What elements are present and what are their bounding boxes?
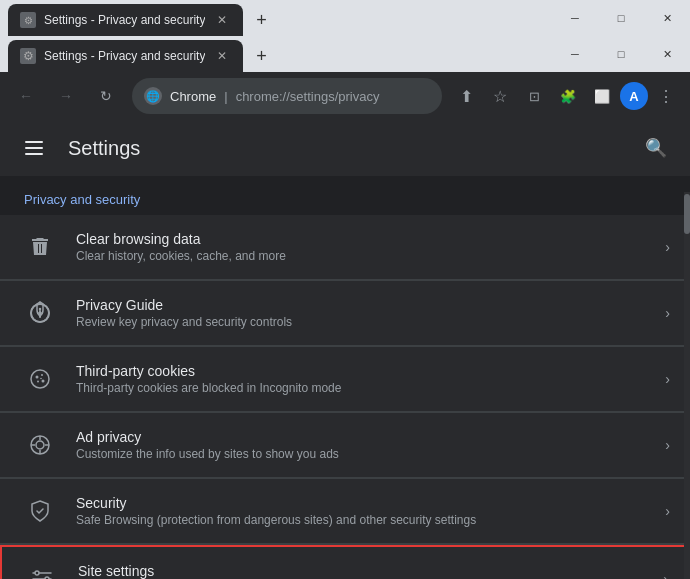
site-name: Chrome <box>170 89 216 104</box>
close-button[interactable]: ✕ <box>644 0 690 36</box>
forward-button[interactable]: → <box>48 78 84 114</box>
active-tab[interactable]: ⚙ Settings - Privacy and security ✕ <box>8 4 243 36</box>
third-party-cookies-chevron: › <box>665 371 670 387</box>
settings-items-list: Clear browsing data Clear history, cooki… <box>0 215 690 579</box>
hamburger-line-2 <box>25 147 43 149</box>
site-favicon: 🌐 <box>144 87 162 105</box>
browser-frame: ⚙ Settings - Privacy and security ✕ + ─ … <box>0 0 690 579</box>
svg-point-11 <box>37 381 39 383</box>
svg-point-10 <box>42 380 45 383</box>
sidebar-toggle-button[interactable] <box>16 130 52 166</box>
privacy-guide-content: Privacy Guide Review key privacy and sec… <box>76 297 657 329</box>
puzzle-button[interactable]: ⬜ <box>586 80 618 112</box>
svg-point-14 <box>36 441 44 449</box>
ad-privacy-subtitle: Customize the info used by sites to show… <box>76 447 657 461</box>
nav-actions: ⬆ ☆ ⊡ 🧩 ⬜ A ⋮ <box>450 80 682 112</box>
bookmark-button[interactable]: ☆ <box>484 80 516 112</box>
chrome-menu-button[interactable]: ⋮ <box>650 80 682 112</box>
privacy-guide-item[interactable]: Privacy Guide Review key privacy and sec… <box>0 281 690 346</box>
site-settings-chevron: › <box>663 571 668 579</box>
close-button-top[interactable]: ✕ <box>644 36 690 72</box>
third-party-cookies-content: Third-party cookies Third-party cookies … <box>76 363 657 395</box>
security-content: Security Safe Browsing (protection from … <box>76 495 657 527</box>
minimize-button[interactable]: ─ <box>552 0 598 36</box>
tab-close-icon[interactable]: ✕ <box>213 47 231 65</box>
title-bar: ⚙ Settings - Privacy and security ✕ + ─ … <box>0 0 690 36</box>
third-party-cookies-subtitle: Third-party cookies are blocked in Incog… <box>76 381 657 395</box>
maximize-button[interactable]: □ <box>598 0 644 36</box>
settings-search-button[interactable]: 🔍 <box>638 130 674 166</box>
settings-header: Settings 🔍 <box>0 120 690 176</box>
extensions-button[interactable]: 🧩 <box>552 80 584 112</box>
refresh-icon: ↻ <box>100 88 112 104</box>
forward-icon: → <box>59 88 73 104</box>
clear-browsing-data-item[interactable]: Clear browsing data Clear history, cooki… <box>0 215 690 280</box>
settings-container: Settings 🔍 Privacy and security <box>0 120 690 579</box>
back-icon: ← <box>19 88 33 104</box>
main-tab[interactable]: ⚙ Settings - Privacy and security ✕ <box>8 40 243 72</box>
security-title: Security <box>76 495 657 511</box>
privacy-guide-subtitle: Review key privacy and security controls <box>76 315 657 329</box>
site-settings-title: Site settings <box>78 563 655 579</box>
section-title: Privacy and security <box>0 176 690 215</box>
security-chevron: › <box>665 503 670 519</box>
privacy-guide-chevron: › <box>665 305 670 321</box>
hamburger-line-3 <box>25 153 43 155</box>
svg-point-12 <box>40 378 42 380</box>
ad-privacy-content: Ad privacy Customize the info used by si… <box>76 429 657 461</box>
security-item[interactable]: Security Safe Browsing (protection from … <box>0 479 690 544</box>
scroll-track[interactable] <box>684 192 690 579</box>
tab-title: Settings - Privacy and security <box>44 13 205 27</box>
search-icon: 🔍 <box>645 137 667 159</box>
screenshot-button[interactable]: ⊡ <box>518 80 550 112</box>
tab-favicon: ⚙ <box>20 12 36 28</box>
svg-point-7 <box>31 370 49 388</box>
third-party-cookies-item[interactable]: Third-party cookies Third-party cookies … <box>0 347 690 412</box>
site-settings-item[interactable]: Site settings Controls what information … <box>0 545 690 579</box>
new-tab-btn[interactable]: + <box>247 42 275 70</box>
scroll-thumb[interactable] <box>684 194 690 234</box>
svg-point-9 <box>41 374 43 376</box>
svg-point-8 <box>36 376 39 379</box>
clear-browsing-data-subtitle: Clear history, cookies, cache, and more <box>76 249 657 263</box>
hamburger-line-1 <box>25 141 43 143</box>
url-text: chrome://settings/privacy <box>236 89 380 104</box>
ad-privacy-chevron: › <box>665 437 670 453</box>
third-party-cookies-title: Third-party cookies <box>76 363 657 379</box>
share-button[interactable]: ⬆ <box>450 80 482 112</box>
site-settings-icon <box>22 559 62 579</box>
clear-browsing-data-chevron: › <box>665 239 670 255</box>
privacy-guide-icon <box>20 293 60 333</box>
ad-privacy-item[interactable]: Ad privacy Customize the info used by si… <box>0 413 690 478</box>
clear-browsing-data-content: Clear browsing data Clear history, cooki… <box>76 231 657 263</box>
maximize-button-top[interactable]: □ <box>598 36 644 72</box>
settings-page-title: Settings <box>68 137 622 160</box>
security-icon <box>20 491 60 531</box>
ad-privacy-title: Ad privacy <box>76 429 657 445</box>
clear-browsing-data-icon <box>20 227 60 267</box>
tab-close-button[interactable]: ✕ <box>213 11 231 29</box>
svg-point-22 <box>35 571 39 575</box>
settings-main: Settings 🔍 Privacy and security <box>0 120 690 579</box>
privacy-guide-title: Privacy Guide <box>76 297 657 313</box>
profile-avatar[interactable]: A <box>620 82 648 110</box>
address-bar[interactable]: 🌐 Chrome | chrome://settings/privacy <box>132 78 442 114</box>
tab-label: Settings - Privacy and security <box>44 49 205 63</box>
url-separator: | <box>224 89 227 104</box>
new-tab-button[interactable]: + <box>247 6 275 34</box>
back-button[interactable]: ← <box>8 78 44 114</box>
minimize-button-top[interactable]: ─ <box>552 36 598 72</box>
tab-favicon-icon: ⚙ <box>20 48 36 64</box>
third-party-cookies-icon <box>20 359 60 399</box>
clear-browsing-data-title: Clear browsing data <box>76 231 657 247</box>
ad-privacy-icon <box>20 425 60 465</box>
refresh-button[interactable]: ↻ <box>88 78 124 114</box>
navigation-bar: ← → ↻ 🌐 Chrome | chrome://settings/priva… <box>0 72 690 120</box>
window-controls: ─ □ ✕ <box>552 0 690 36</box>
security-subtitle: Safe Browsing (protection from dangerous… <box>76 513 657 527</box>
site-settings-content: Site settings Controls what information … <box>78 563 655 579</box>
